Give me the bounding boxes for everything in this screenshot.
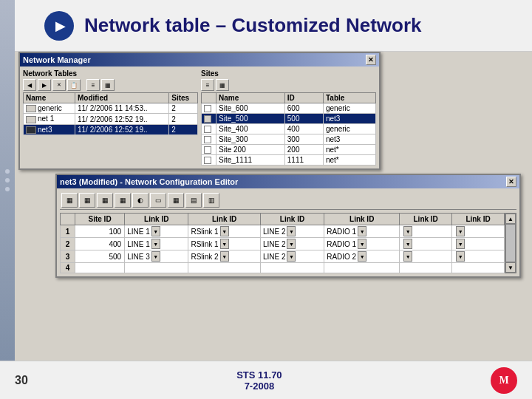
sites-table: Name ID Table Site_600 600 generic xyxy=(201,92,376,166)
tb-copy-btn[interactable]: 📋 xyxy=(67,79,81,91)
site-table: net* xyxy=(323,155,375,166)
nce-table-row[interactable]: 1 100 LINE 1▼ RSlink 1▼ LINE 2▼ RADIO 1▼… xyxy=(61,225,505,238)
col-link3: Link ID xyxy=(260,214,324,225)
dropdown-btn[interactable]: ▼ xyxy=(151,251,160,262)
nce-table-row[interactable]: 4 xyxy=(61,263,505,273)
site-table: generic xyxy=(323,103,375,114)
row-sites: 2 xyxy=(169,124,198,134)
checkbox-checked[interactable] xyxy=(204,115,211,123)
link2-cell: RSlink 1▼ xyxy=(188,238,260,250)
dropdown-btn[interactable]: ▼ xyxy=(358,226,366,236)
link6-cell: ▼ xyxy=(452,238,505,250)
nce-tb-btn4[interactable]: ▦ xyxy=(115,193,131,208)
site-table: net* xyxy=(323,145,375,155)
slide-decoration xyxy=(0,0,15,361)
table-row[interactable]: Site_600 600 generic xyxy=(202,103,376,114)
tb-list-btn[interactable]: ≡ xyxy=(86,79,100,91)
table-row-selected[interactable]: net3 11/ 2/2006 12:52 19.. 2 xyxy=(24,124,198,134)
row-num: 2 xyxy=(61,238,75,250)
scroll-track[interactable] xyxy=(505,224,516,262)
sites-list-btn[interactable]: ≡ xyxy=(201,79,214,91)
nce-grid-scroll: Site ID Link ID Link ID Link ID Link ID … xyxy=(60,213,505,273)
nce-tb-btn1[interactable]: ▦ xyxy=(61,193,78,208)
site-name: Site 200 xyxy=(216,145,285,155)
site-id: 1111 xyxy=(284,155,323,166)
sites-grid-btn[interactable]: ▦ xyxy=(216,79,229,91)
table-row[interactable]: Site 200 200 net* xyxy=(202,145,376,155)
link3-cell xyxy=(260,263,324,273)
dropdown-btn[interactable]: ▼ xyxy=(456,239,465,249)
row-sites: 2 xyxy=(169,114,198,124)
row-modified: 11/ 2/2006 11 14:53.. xyxy=(75,103,168,114)
link3-cell: LINE 2▼ xyxy=(260,238,324,250)
sites-toolbar: ≡ ▦ xyxy=(201,79,376,91)
scroll-down-btn[interactable]: ▼ xyxy=(505,262,516,273)
link6-cell: ▼ xyxy=(452,250,505,263)
dropdown-btn[interactable]: ▼ xyxy=(220,226,229,236)
site-name: Site_300 xyxy=(216,134,285,145)
nce-tb-btn8[interactable]: ▤ xyxy=(185,193,202,208)
dropdown-btn[interactable]: ▼ xyxy=(403,239,412,249)
play-icon: ▶ xyxy=(44,11,74,41)
site-table: net3 xyxy=(323,114,375,124)
link1-cell xyxy=(125,263,188,273)
nce-table-row[interactable]: 2 400 LINE 1▼ RSlink 1▼ LINE 2▼ RADIO 1▼… xyxy=(61,238,505,250)
checkbox[interactable] xyxy=(204,157,211,164)
table-row[interactable]: generic 11/ 2/2006 11 14:53.. 2 xyxy=(24,103,198,114)
nce-tb-btn9[interactable]: ▥ xyxy=(203,193,219,208)
col-link5: Link ID xyxy=(400,214,452,225)
nce-tb-btn3[interactable]: ▦ xyxy=(97,193,113,208)
dropdown-btn[interactable]: ▼ xyxy=(287,226,296,236)
tb-grid-btn[interactable]: ▦ xyxy=(101,79,115,91)
motorola-logo: M xyxy=(491,367,517,394)
tb-fwd-btn[interactable]: ▶ xyxy=(38,79,51,91)
dropdown-btn[interactable]: ▼ xyxy=(403,226,412,236)
table-row[interactable]: net 1 11/ 2/2006 12:52 19.. 2 xyxy=(24,114,198,124)
checkbox[interactable] xyxy=(204,126,211,133)
col-row-num xyxy=(61,214,75,225)
dropdown-btn[interactable]: ▼ xyxy=(151,226,160,236)
site-id: 200 xyxy=(284,145,323,155)
nce-close-button[interactable]: ✕ xyxy=(506,177,516,187)
dropdown-btn[interactable]: ▼ xyxy=(403,251,412,262)
tb-close-btn[interactable]: ✕ xyxy=(52,79,66,91)
nce-tb-btn6[interactable]: ▭ xyxy=(150,193,166,208)
nm-close-button[interactable]: ✕ xyxy=(366,55,376,65)
checkbox[interactable] xyxy=(204,136,211,143)
dropdown-btn[interactable]: ▼ xyxy=(151,239,160,249)
site-id-cell: 500 xyxy=(75,250,125,263)
dropdown-btn[interactable]: ▼ xyxy=(220,251,229,262)
footer-line1: STS 11.70 xyxy=(236,369,282,381)
nce-grid: Site ID Link ID Link ID Link ID Link ID … xyxy=(60,213,505,273)
tb-back-btn[interactable]: ◀ xyxy=(23,79,36,91)
table-row[interactable]: Site_300 300 net3 xyxy=(202,134,376,145)
nce-table-row[interactable]: 3 500 LINE 3▼ RSlink 2▼ LINE 2▼ RADIO 2▼… xyxy=(61,250,505,263)
col-link1: Link ID xyxy=(125,214,188,225)
dropdown-btn[interactable]: ▼ xyxy=(456,226,465,236)
dropdown-btn[interactable]: ▼ xyxy=(287,251,296,262)
nce-grid-wrapper: Site ID Link ID Link ID Link ID Link ID … xyxy=(60,213,516,273)
checkbox[interactable] xyxy=(204,146,211,154)
nce-window: net3 (Modified) - Network Configuration … xyxy=(55,174,521,278)
site-name: Site_600 xyxy=(216,103,285,114)
col-id: ID xyxy=(284,93,323,103)
col-site-id: Site ID xyxy=(75,214,125,225)
row-modified: 11/ 2/2006 12:52 19.. xyxy=(75,124,168,134)
nce-toolbar: ▦ ▦ ▦ ▦ ◐ ▭ ▦ ▤ ▥ xyxy=(60,191,516,210)
link5-cell: ▼ xyxy=(400,250,452,263)
table-row[interactable]: Site_400 400 generic xyxy=(202,124,376,134)
row-sites: 2 xyxy=(169,103,198,114)
dropdown-btn[interactable]: ▼ xyxy=(456,251,465,262)
dropdown-btn[interactable]: ▼ xyxy=(358,251,366,262)
dropdown-btn[interactable]: ▼ xyxy=(287,239,296,249)
table-row[interactable]: Site_1111 1111 net* xyxy=(202,155,376,166)
dropdown-btn[interactable]: ▼ xyxy=(358,239,366,249)
table-row-selected[interactable]: Site_500 500 net3 xyxy=(202,114,376,124)
dropdown-btn[interactable]: ▼ xyxy=(220,239,229,249)
nce-tb-btn5[interactable]: ◐ xyxy=(132,193,149,208)
nce-tb-btn7[interactable]: ▦ xyxy=(168,193,184,208)
scroll-up-btn[interactable]: ▲ xyxy=(505,214,516,224)
nce-tb-btn2[interactable]: ▦ xyxy=(79,193,95,208)
checkbox[interactable] xyxy=(204,105,211,112)
motorola-icon: M xyxy=(491,367,517,394)
